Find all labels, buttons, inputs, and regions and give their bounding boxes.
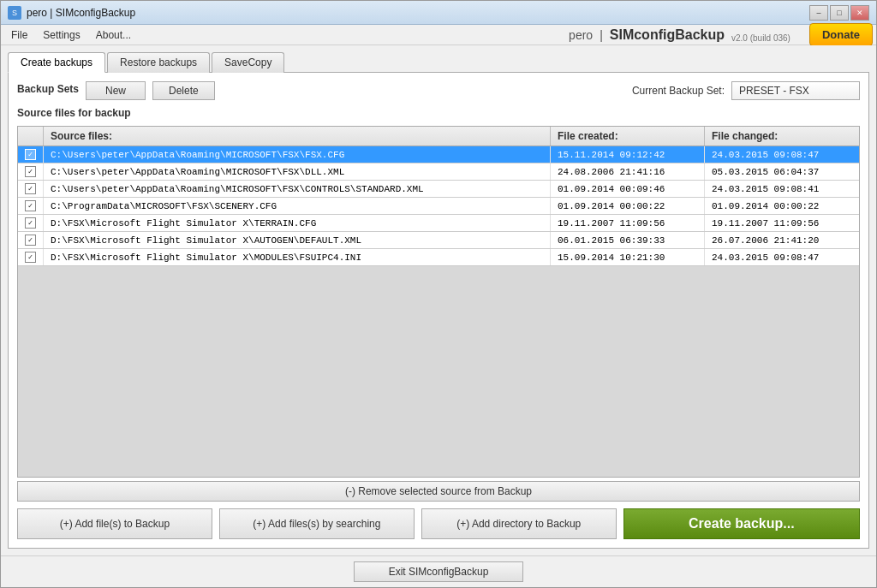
- donate-button[interactable]: Donate: [809, 23, 873, 46]
- table-row[interactable]: ✓ D:\FSX\Microsoft Flight Simulator X\TE…: [18, 215, 859, 232]
- row7-path: D:\FSX\Microsoft Flight Simulator X\MODU…: [44, 249, 551, 265]
- app-icon: S: [8, 6, 21, 20]
- row5-path: D:\FSX\Microsoft Flight Simulator X\TERR…: [44, 215, 551, 231]
- add-directory-button[interactable]: (+) Add directory to Backup: [421, 508, 617, 539]
- row4-changed: 01.09.2014 00:00:22: [705, 198, 859, 214]
- minimize-button[interactable]: –: [809, 5, 828, 21]
- row5-checkbox[interactable]: ✓: [18, 215, 44, 231]
- create-backup-button[interactable]: Create backup...: [623, 508, 860, 539]
- add-files-button[interactable]: (+) Add file(s) to Backup: [17, 508, 212, 539]
- remove-source-button[interactable]: (-) Remove selected source from Backup: [17, 481, 860, 502]
- menu-settings[interactable]: Settings: [36, 27, 87, 43]
- maximize-button[interactable]: □: [830, 5, 849, 21]
- table-row[interactable]: ✓ C:\Users\peter\AppData\Roaming\MICROSO…: [18, 163, 859, 181]
- row2-created: 24.08.2006 21:41:16: [551, 163, 705, 180]
- current-backup-set-label: Current Backup Set:: [632, 85, 725, 97]
- checkbox-icon: ✓: [25, 252, 36, 263]
- new-button[interactable]: New: [86, 81, 146, 100]
- row6-changed: 26.07.2006 21:41:20: [705, 232, 859, 248]
- menubar: File Settings About... pero | SIMconfigB…: [1, 25, 876, 45]
- delete-button[interactable]: Delete: [152, 81, 215, 100]
- backup-sets-left: Backup Sets New Delete: [17, 81, 215, 100]
- tab-bar: Create backups Restore backups SaveCopy: [8, 52, 869, 73]
- row7-changed: 24.03.2015 09:08:47: [705, 249, 859, 265]
- tab-savecopy[interactable]: SaveCopy: [212, 52, 284, 73]
- file-table: Source files: File created: File changed…: [17, 126, 860, 478]
- col-created: File created:: [551, 127, 705, 146]
- row6-created: 06.01.2015 06:39:33: [551, 232, 705, 248]
- tab-create-backups[interactable]: Create backups: [8, 52, 105, 73]
- checkbox-icon: ✓: [25, 200, 36, 211]
- row1-created: 15.11.2014 09:12:42: [551, 146, 705, 163]
- table-body: ✓ C:\Users\peter\AppData\Roaming\MICROSO…: [18, 146, 859, 477]
- row6-checkbox[interactable]: ✓: [18, 232, 44, 248]
- backup-set-dropdown[interactable]: PRESET - FSX Custom Set 1 Custom Set 2: [731, 81, 860, 100]
- title-bar: S pero | SIMconfigBackup – □ ✕: [1, 1, 876, 25]
- tab-content-create: Backup Sets New Delete Current Backup Se…: [8, 72, 869, 549]
- row7-checkbox[interactable]: ✓: [18, 249, 44, 265]
- footer: Exit SIMconfigBackup: [1, 555, 876, 587]
- row6-path: D:\FSX\Microsoft Flight Simulator X\AUTO…: [44, 232, 551, 248]
- branding: pero | SIMconfigBackup v2.0 (build 036): [569, 27, 790, 43]
- row3-checkbox[interactable]: ✓: [18, 181, 44, 197]
- checkbox-icon: ✓: [25, 183, 36, 194]
- table-header: Source files: File created: File changed…: [18, 127, 859, 146]
- row1-path: C:\Users\peter\AppData\Roaming\MICROSOFT…: [44, 146, 551, 163]
- row2-path: C:\Users\peter\AppData\Roaming\MICROSOFT…: [44, 163, 551, 180]
- table-row[interactable]: ✓ D:\FSX\Microsoft Flight Simulator X\AU…: [18, 232, 859, 249]
- backup-sets-row: Backup Sets New Delete Current Backup Se…: [17, 81, 860, 100]
- separator: |: [600, 28, 603, 42]
- table-row[interactable]: ✓ D:\FSX\Microsoft Flight Simulator X\MO…: [18, 249, 859, 266]
- add-files-search-button[interactable]: (+) Add files(s) by searching: [219, 508, 415, 539]
- backup-sets-label: Backup Sets: [17, 83, 79, 95]
- source-files-section: Source files for backup Source files: Fi…: [17, 107, 860, 502]
- checkbox-icon: ✓: [25, 149, 36, 160]
- exit-button[interactable]: Exit SIMconfigBackup: [354, 561, 524, 582]
- col-check: [18, 127, 44, 146]
- row5-changed: 19.11.2007 11:09:56: [705, 215, 859, 231]
- row3-created: 01.09.2014 00:09:46: [551, 181, 705, 197]
- checkbox-icon: ✓: [25, 235, 36, 246]
- row4-checkbox[interactable]: ✓: [18, 198, 44, 214]
- main-window: S pero | SIMconfigBackup – □ ✕ File Sett…: [0, 0, 877, 588]
- col-source: Source files:: [44, 127, 551, 146]
- menu-about[interactable]: About...: [89, 27, 138, 43]
- row1-checkbox[interactable]: ✓: [18, 146, 44, 163]
- backup-sets-right: Current Backup Set: PRESET - FSX Custom …: [632, 81, 860, 100]
- title-bar-left: S pero | SIMconfigBackup: [8, 6, 135, 20]
- row5-created: 19.11.2007 11:09:56: [551, 215, 705, 231]
- row7-created: 15.09.2014 10:21:30: [551, 249, 705, 265]
- table-row[interactable]: ✓ C:\Users\peter\AppData\Roaming\MICROSO…: [18, 146, 859, 163]
- tab-restore-backups[interactable]: Restore backups: [107, 52, 210, 73]
- checkbox-icon: ✓: [25, 217, 36, 229]
- app-name: SIMconfigBackup: [610, 27, 725, 43]
- version-label: v2.0 (build 036): [731, 33, 790, 43]
- close-button[interactable]: ✕: [850, 5, 869, 21]
- row4-path: C:\ProgramData\MICROSOFT\FSX\SCENERY.CFG: [44, 198, 551, 214]
- title-bar-controls: – □ ✕: [809, 5, 869, 21]
- main-content: Create backups Restore backups SaveCopy …: [1, 45, 876, 555]
- checkbox-icon: ✓: [25, 166, 36, 177]
- row3-path: C:\Users\peter\AppData\Roaming\MICROSOFT…: [44, 181, 551, 197]
- row2-changed: 05.03.2015 06:04:37: [705, 163, 859, 180]
- title-bar-text: pero | SIMconfigBackup: [27, 7, 135, 19]
- menu-file[interactable]: File: [4, 27, 34, 43]
- row1-changed: 24.03.2015 09:08:47: [705, 146, 859, 163]
- backup-set-dropdown-wrapper: PRESET - FSX Custom Set 1 Custom Set 2: [731, 81, 860, 100]
- pero-label: pero: [569, 28, 593, 42]
- table-row[interactable]: ✓ C:\Users\peter\AppData\Roaming\MICROSO…: [18, 181, 859, 198]
- row3-changed: 24.03.2015 09:08:41: [705, 181, 859, 197]
- col-changed: File changed:: [705, 127, 859, 146]
- source-files-label: Source files for backup: [17, 107, 860, 119]
- table-row[interactable]: ✓ C:\ProgramData\MICROSOFT\FSX\SCENERY.C…: [18, 198, 859, 215]
- row4-created: 01.09.2014 00:00:22: [551, 198, 705, 214]
- bottom-buttons: (+) Add file(s) to Backup (+) Add files(…: [17, 508, 860, 539]
- row2-checkbox[interactable]: ✓: [18, 163, 44, 180]
